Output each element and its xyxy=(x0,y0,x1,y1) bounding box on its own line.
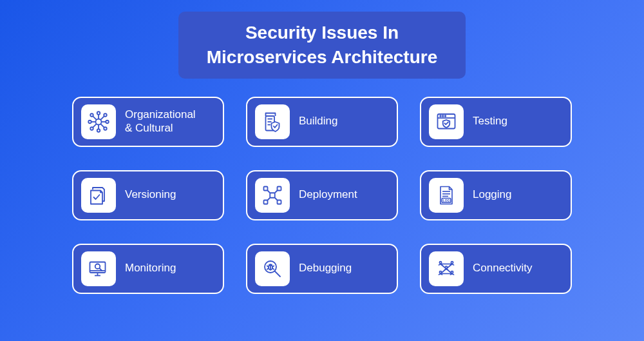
svg-point-5 xyxy=(88,120,91,123)
network-icon xyxy=(81,104,116,139)
log-file-icon: LOG xyxy=(429,178,464,213)
svg-point-0 xyxy=(96,119,102,124)
card-label: Organizational & Cultural xyxy=(125,108,196,135)
card-monitoring: Monitoring xyxy=(72,244,224,294)
card-deployment: Deployment xyxy=(246,170,398,220)
svg-point-63 xyxy=(439,271,441,273)
card-org-cultural: Organizational & Cultural xyxy=(72,97,224,147)
svg-line-33 xyxy=(268,197,270,200)
card-label: Versioning xyxy=(125,188,176,201)
card-testing: Testing xyxy=(420,97,572,147)
card-versioning: Versioning xyxy=(72,170,224,220)
bug-search-icon xyxy=(255,251,290,286)
card-label: Logging xyxy=(473,188,512,201)
svg-line-14 xyxy=(93,124,97,128)
svg-point-25 xyxy=(445,115,446,117)
svg-rect-28 xyxy=(278,186,281,190)
svg-point-24 xyxy=(442,115,444,117)
cards-grid: Organizational & Cultural Building xyxy=(72,97,572,294)
svg-point-60 xyxy=(439,261,441,263)
card-label: Monitoring xyxy=(125,262,176,275)
svg-point-11 xyxy=(104,113,107,117)
svg-point-3 xyxy=(97,129,100,132)
svg-line-52 xyxy=(272,268,274,269)
monitor-search-icon xyxy=(81,251,116,286)
svg-line-51 xyxy=(267,268,269,269)
card-building: Building xyxy=(246,97,398,147)
title-panel: Security Issues In Microservices Archite… xyxy=(178,12,466,79)
svg-line-31 xyxy=(268,190,270,193)
svg-line-47 xyxy=(275,271,280,276)
building-shield-icon xyxy=(255,104,290,139)
svg-line-16 xyxy=(100,124,104,128)
svg-point-1 xyxy=(97,112,100,115)
svg-point-15 xyxy=(104,127,107,130)
card-label: Testing xyxy=(473,115,507,128)
card-label: Debugging xyxy=(299,262,352,275)
svg-point-13 xyxy=(90,127,93,130)
svg-point-61 xyxy=(451,261,453,263)
svg-point-64 xyxy=(451,271,453,273)
card-label: Building xyxy=(299,115,338,128)
card-connectivity: Connectivity xyxy=(420,244,572,294)
people-network-icon xyxy=(429,251,464,286)
svg-point-9 xyxy=(90,113,93,117)
svg-point-23 xyxy=(440,115,441,117)
svg-point-7 xyxy=(106,120,109,123)
svg-line-10 xyxy=(93,116,97,120)
svg-line-32 xyxy=(275,190,278,193)
browser-shield-icon xyxy=(429,104,464,139)
card-label: Deployment xyxy=(299,188,357,201)
docs-check-icon xyxy=(81,178,116,213)
svg-rect-26 xyxy=(270,193,275,198)
svg-rect-30 xyxy=(278,200,281,204)
nodes-grid-icon xyxy=(255,178,290,213)
svg-line-12 xyxy=(100,116,104,120)
svg-line-49 xyxy=(267,266,269,267)
card-label: Connectivity xyxy=(473,262,533,275)
svg-line-50 xyxy=(272,266,274,267)
card-debugging: Debugging xyxy=(246,244,398,294)
svg-rect-27 xyxy=(264,186,268,190)
title-line-2: Microservices Architecture xyxy=(207,45,437,70)
svg-line-34 xyxy=(275,197,278,200)
title-line-1: Security Issues In xyxy=(207,21,437,45)
svg-text:LOG: LOG xyxy=(443,199,450,202)
svg-rect-29 xyxy=(264,200,268,204)
card-logging: LOG Logging xyxy=(420,170,572,220)
svg-point-62 xyxy=(445,266,447,268)
